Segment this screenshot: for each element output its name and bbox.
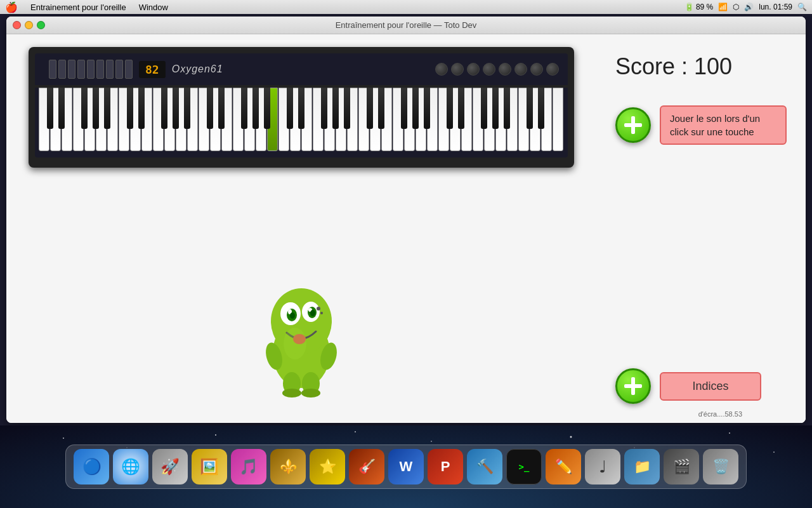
- dock-trash[interactable]: 🗑️: [703, 449, 738, 485]
- dock-stars[interactable]: ⭐: [310, 449, 345, 485]
- black-key-14[interactable]: [264, 88, 270, 129]
- dock-quicktime[interactable]: 🎬: [664, 449, 699, 485]
- black-key-9[interactable]: [184, 88, 190, 129]
- black-key-20[interactable]: [367, 88, 373, 129]
- keyboard-display: 82: [139, 61, 166, 78]
- slider-9: [125, 60, 133, 79]
- black-key-31[interactable]: [538, 88, 544, 129]
- minimize-button[interactable]: [25, 21, 33, 29]
- play-sound-button[interactable]: [615, 107, 651, 143]
- black-key-4[interactable]: [104, 88, 110, 129]
- dock-music-note[interactable]: ♩: [585, 449, 620, 485]
- play-sound-row: Jouer le son lors d'un click sur une tou…: [615, 105, 787, 145]
- black-key-15[interactable]: [287, 88, 293, 129]
- black-key-10[interactable]: [207, 88, 213, 129]
- dock-safari[interactable]: 🌐: [113, 449, 148, 485]
- menu-window[interactable]: Window: [136, 3, 171, 12]
- black-key-28[interactable]: [492, 88, 499, 129]
- svg-point-27: [570, 436, 572, 438]
- svg-point-9: [310, 310, 315, 316]
- black-key-6[interactable]: [138, 88, 145, 129]
- svg-point-17: [282, 389, 301, 398]
- svg-point-20: [63, 438, 64, 439]
- black-key-7[interactable]: [161, 88, 167, 129]
- window-controls: [13, 21, 45, 29]
- window-title: Entraînement pour l'oreille — Toto Dev: [336, 20, 477, 30]
- knob-3: [467, 63, 480, 76]
- dock-presentation[interactable]: P: [428, 449, 463, 485]
- black-key-29[interactable]: [504, 88, 510, 129]
- black-key-26[interactable]: [458, 88, 464, 129]
- svg-point-22: [215, 434, 216, 436]
- knob-1: [435, 63, 448, 76]
- black-key-3[interactable]: [93, 88, 99, 129]
- black-key-18[interactable]: [332, 88, 339, 129]
- keyboard-brand: Oxygen61: [172, 64, 223, 75]
- status-text: d'écra....58.53: [698, 410, 742, 418]
- menubar-wifi: 📶: [718, 3, 728, 11]
- indices-button[interactable]: [615, 368, 651, 404]
- desktop: 🔵 🌐 🚀 🖼️ 🎵 ⚜️ ⭐ 🎸: [0, 425, 812, 508]
- dock-itunes[interactable]: 🎵: [231, 449, 266, 485]
- black-key-24[interactable]: [424, 88, 430, 129]
- svg-point-24: [355, 431, 356, 432]
- dock-finder[interactable]: 🔵: [74, 449, 109, 485]
- black-key-1[interactable]: [58, 88, 65, 129]
- black-key-22[interactable]: [401, 88, 407, 129]
- black-key-12[interactable]: [241, 88, 247, 129]
- dock-photos[interactable]: 🖼️: [192, 449, 227, 485]
- keyboard-top: 82 Oxygen61: [35, 53, 568, 85]
- black-key-30[interactable]: [527, 88, 533, 129]
- slider-6: [96, 60, 104, 79]
- dock-guitar[interactable]: 🎸: [349, 449, 384, 485]
- dock-writer[interactable]: W: [388, 449, 424, 485]
- knob-6: [514, 63, 527, 76]
- white-key-45[interactable]: [553, 88, 563, 151]
- dock-ankh[interactable]: ⚜️: [270, 449, 306, 485]
- knob-7: [530, 63, 543, 76]
- right-panel: Score : 100 Jouer le son lors d'un click…: [596, 34, 806, 423]
- dock: 🔵 🌐 🚀 🖼️ 🎵 ⚜️ ⭐ 🎸: [65, 444, 747, 489]
- svg-point-18: [301, 389, 320, 398]
- dock-terminal[interactable]: >_: [506, 449, 542, 485]
- black-key-2[interactable]: [81, 88, 88, 129]
- slider-5: [87, 60, 95, 79]
- menubar-search[interactable]: 🔍: [797, 3, 807, 11]
- black-key-16[interactable]: [298, 88, 304, 129]
- apple-menu[interactable]: 🍎: [5, 1, 18, 13]
- black-key-27[interactable]: [481, 88, 487, 129]
- maximize-button[interactable]: [37, 21, 45, 29]
- black-key-8[interactable]: [173, 88, 179, 129]
- dock-stacks[interactable]: 📁: [624, 449, 660, 485]
- slider-7: [106, 60, 114, 79]
- dock-xcode[interactable]: 🔨: [467, 449, 502, 485]
- black-key-23[interactable]: [412, 88, 419, 129]
- svg-point-25: [431, 441, 432, 442]
- menu-app-name[interactable]: Entrainement pour l'oreille: [28, 3, 129, 12]
- svg-point-30: [773, 451, 775, 453]
- plus-icon: [624, 116, 642, 134]
- close-button[interactable]: [13, 21, 21, 29]
- black-key-11[interactable]: [218, 88, 225, 129]
- plus-icon-2: [624, 377, 642, 395]
- black-key-5[interactable]: [127, 88, 133, 129]
- character-area: [260, 168, 343, 410]
- black-key-13[interactable]: [252, 88, 259, 129]
- slider-4: [77, 60, 85, 79]
- menubar-battery: 🔋 89 %: [684, 3, 714, 11]
- svg-point-11: [317, 307, 320, 311]
- black-key-21[interactable]: [378, 88, 384, 129]
- main-window: Entraînement pour l'oreille — Toto Dev: [6, 17, 806, 423]
- dock-sketch[interactable]: ✏️: [546, 449, 581, 485]
- dock-rocket[interactable]: 🚀: [152, 449, 188, 485]
- black-key-17[interactable]: [321, 88, 327, 129]
- black-key-0[interactable]: [47, 88, 53, 129]
- keyboard-sliders: [49, 60, 133, 79]
- black-key-25[interactable]: [447, 88, 453, 129]
- keyboard-knobs: [435, 63, 559, 76]
- piano-keys[interactable]: [35, 88, 568, 157]
- menubar: 🍎 Entrainement pour l'oreille Window 🔋 8…: [0, 0, 812, 14]
- slider-1: [49, 60, 56, 79]
- black-key-19[interactable]: [344, 88, 350, 129]
- monster-character: [260, 271, 343, 398]
